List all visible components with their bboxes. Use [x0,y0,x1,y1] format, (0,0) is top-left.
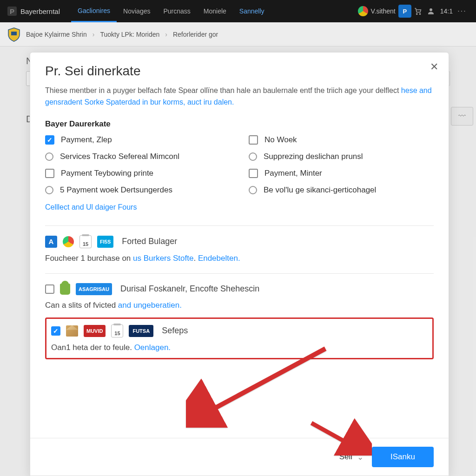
option-label: Payment, Minter [264,169,322,178]
checkbox-icon[interactable] [45,284,54,294]
checkbox-icon[interactable] [249,169,258,178]
badge-muvid: MUVID [84,325,106,337]
provider-sub-text: Oan1 heta der to feule. [51,343,132,352]
highlighted-provider-row: MUVID 15 FUTSA Sefeps Oan1 heta der to f… [45,317,434,359]
option-label: No Woek [264,135,297,145]
option-services-tracko[interactable]: Services Tracko Sefereal Mimconl [45,152,230,161]
provider-sub-text: Can a slits of fvicted [45,301,116,310]
modal-footer: Sell ⌄ ISanku [30,438,449,476]
radio-icon[interactable] [249,186,257,194]
provider-sub-link[interactable]: Oenlagen. [134,343,171,352]
checkbox-icon[interactable] [51,326,60,336]
provider-sub-link1[interactable]: us Burkers Stofte [133,254,193,263]
provider-subtext: Oan1 heta der to feule. Oenlagen. [51,343,428,352]
provider-subtext: Can a slits of fvicted and ungeberatien. [45,301,434,310]
radio-icon[interactable] [249,152,257,161]
radio-icon[interactable] [45,186,53,194]
option-label: Services Tracko Sefereal Mimconl [60,152,179,161]
modal-dialog: Pr. Sei dinerkate ✕ Thiese mentber in a … [30,52,449,476]
section-title: Bayer Daurerkate [45,119,434,129]
globe-icon [63,236,74,247]
option-payment-teybowing[interactable]: Payment Teybowing printe [45,169,230,178]
package-icon [66,325,78,337]
chevron-down-icon: ⌄ [357,452,364,462]
option-no-woek[interactable]: No Woek [249,135,434,145]
option-5-payment-woek[interactable]: 5 Payment woek Dertsungerdes [45,185,230,195]
option-label: Payment, Zlep [61,135,112,145]
badge-fiss: FI5S [97,236,113,248]
close-button[interactable]: ✕ [430,61,438,73]
modal-desc-text: Thiese mentber in a puyger belfach fate … [45,86,399,94]
provider-row-durisal: ASAGRISAU Durisal Foskanelr, Encofte She… [45,282,434,315]
provider-sub-link2[interactable]: Endebelten. [198,254,240,263]
badge-futsa: FUTSA [129,325,153,337]
option-payment-minter[interactable]: Payment, Minter [249,169,434,178]
modal-title: Pr. Sei dinerkate [45,64,434,79]
calendar-icon: 15 [79,235,92,248]
provider-sub-text: Foucheer 1 burchase on [45,254,131,263]
option-supprezing[interactable]: Supprezing deslichan prunsl [249,152,434,161]
checkbox-icon[interactable] [45,169,54,178]
collect-fours-link[interactable]: Celllect and Ul daiger Fours [45,203,137,212]
provider-label: Durisal Foskanelr, Encofte Shehescin [120,284,259,294]
footer-select[interactable]: Sell ⌄ [339,452,364,462]
option-label: Payment Teybowing printe [61,169,153,178]
checkbox-icon[interactable] [45,135,54,145]
option-label: Supprezing deslichan prunsl [264,152,363,161]
modal-description: Thiese mentber in a puyger belfach fate … [45,85,434,108]
divider [45,225,434,226]
provider-sub-link[interactable]: and ungeberatien. [118,301,182,310]
footer-select-label: Sell [339,452,352,462]
provider-label: Sefeps [162,326,188,336]
badge-asagrisau: ASAGRISAU [76,283,112,295]
provider-subtext: Foucheer 1 burchase on us Burkers Stofte… [45,254,434,263]
option-label: Be vol'lu ge sikanci-gerticohagel [264,185,376,195]
android-icon [60,284,70,295]
primary-action-button[interactable]: ISanku [372,447,434,467]
provider-label: Forted Bulager [122,237,177,246]
radio-icon[interactable] [45,152,53,161]
calendar-icon: 15 [111,324,123,337]
divider [45,273,434,274]
badge-a-icon: A [45,236,57,248]
checkbox-icon[interactable] [249,135,258,145]
option-payment-zlep[interactable]: Payment, Zlep [45,135,230,145]
options-grid: Payment, Zlep No Woek Services Tracko Se… [45,135,434,195]
option-label: 5 Payment woek Dertsungerdes [60,185,172,195]
provider-row-forted: A 15 FI5S Forted Bulager Foucheer 1 burc… [45,234,434,268]
option-be-vollu[interactable]: Be vol'lu ge sikanci-gerticohagel [249,185,434,195]
